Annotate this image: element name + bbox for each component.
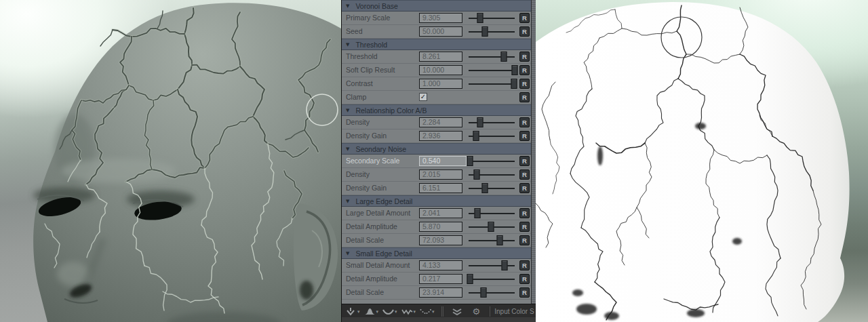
value-input[interactable]: 0.540 [419, 156, 467, 166]
section-header-voronoi-base[interactable]: ▼Voronoi Base [342, 0, 531, 12]
reset-button[interactable]: R [519, 260, 530, 270]
dropdown-caret-icon[interactable]: ▾ [432, 309, 435, 315]
parameter-slider[interactable] [469, 274, 515, 284]
reset-button[interactable]: R [519, 52, 530, 62]
row-detail-scale: Detail Scale23.914R [342, 286, 531, 300]
slider-handle[interactable] [477, 117, 484, 127]
parameter-slider[interactable] [469, 183, 515, 193]
value-input[interactable]: 72.093 [419, 235, 462, 245]
slider-track [469, 279, 515, 280]
value-input[interactable]: 2.041 [419, 208, 462, 218]
value-input[interactable]: 2.936 [419, 131, 462, 141]
slider-handle[interactable] [473, 131, 479, 141]
parameter-slider[interactable] [469, 235, 515, 245]
row-small-detail-amount: Small Detail Amount4.133R [342, 259, 531, 273]
falloff-dotted-icon[interactable]: ▾ [420, 306, 435, 317]
section-header-seondary-noise[interactable]: ▼Seondary Noise [342, 143, 531, 155]
value-input[interactable]: 4.133 [419, 260, 462, 270]
value-input[interactable]: 0.217 [419, 274, 462, 284]
slider-handle[interactable] [480, 287, 486, 298]
parameter-slider[interactable] [469, 52, 515, 62]
section-header-threshold[interactable]: ▼Threshold [342, 39, 531, 50]
value-input[interactable]: 8.261 [419, 52, 462, 62]
reset-button[interactable]: R [519, 235, 530, 245]
reset-button[interactable]: R [519, 92, 530, 102]
dropdown-caret-icon[interactable]: ▾ [376, 309, 379, 315]
reset-button[interactable]: R [519, 117, 530, 127]
reset-button[interactable]: R [519, 287, 530, 298]
collapse-triangle-icon[interactable]: ▼ [346, 3, 349, 9]
collapse-triangle-icon[interactable]: ▼ [346, 199, 349, 204]
reset-button[interactable]: R [519, 208, 530, 218]
parameter-slider[interactable] [469, 65, 515, 75]
value-input[interactable]: 50.000 [419, 26, 462, 37]
collapse-triangle-icon[interactable]: ▼ [346, 251, 349, 256]
slider-handle[interactable] [474, 208, 480, 218]
falloff-bell-icon[interactable]: ▾ [364, 306, 379, 317]
section-header-large-edge-detail[interactable]: ▼Large Edge Detail [342, 195, 531, 207]
row-detail-scale: Detail Scale72.093R [342, 234, 531, 247]
gear-icon[interactable]: ⚙ [473, 306, 481, 317]
parameter-slider[interactable] [469, 287, 515, 298]
clamp-checkbox[interactable]: ✓ [419, 93, 427, 101]
slider-handle[interactable] [511, 79, 517, 89]
dropdown-caret-icon[interactable]: ▾ [395, 309, 397, 315]
dropdown-caret-icon[interactable]: ▾ [357, 309, 360, 315]
slider-handle[interactable] [500, 52, 507, 62]
collapse-triangle-icon[interactable]: ▼ [346, 108, 349, 113]
value-input[interactable]: 9.305 [419, 13, 462, 23]
slider-handle[interactable] [502, 260, 508, 270]
slider-handle[interactable] [481, 183, 488, 193]
value-input[interactable]: 1.000 [419, 79, 462, 89]
collapse-triangle-icon[interactable]: ▼ [346, 146, 349, 152]
value-input[interactable]: 5.870 [419, 222, 462, 232]
collapse-triangle-icon[interactable]: ▼ [346, 42, 349, 47]
section-header-relationship-color-a-b[interactable]: ▼Relationship Color A/B [342, 104, 531, 116]
value-input[interactable]: 2.284 [419, 117, 462, 127]
parameter-slider[interactable] [469, 169, 515, 180]
reset-button[interactable]: R [519, 169, 530, 180]
reset-button[interactable]: R [519, 13, 530, 23]
row-detail-amplitude: Detail Amplitude5.870R [342, 220, 531, 234]
value-input[interactable]: 23.914 [419, 287, 462, 298]
section-header-small-edge-detail[interactable]: ▼Small Edge Detail [342, 247, 531, 259]
slider-handle[interactable] [481, 26, 488, 37]
reset-button[interactable]: R [519, 274, 530, 284]
dropdown-caret-icon[interactable]: ▾ [414, 309, 416, 315]
slider-handle[interactable] [467, 274, 473, 284]
slider-handle[interactable] [488, 222, 494, 232]
falloff-arrow-icon[interactable]: ▾ [345, 306, 360, 317]
reset-button[interactable]: R [519, 183, 530, 193]
value-input[interactable]: 10.000 [419, 65, 462, 75]
reset-button[interactable]: R [519, 65, 530, 75]
value-input[interactable]: 6.151 [419, 183, 462, 193]
slider-handle[interactable] [474, 169, 480, 180]
parameter-slider[interactable] [469, 26, 515, 37]
value-input[interactable]: 2.015 [419, 169, 462, 180]
parameter-slider[interactable] [469, 13, 515, 23]
parameter-slider[interactable] [469, 208, 515, 218]
stamp-layers-icon[interactable] [451, 306, 463, 317]
falloff-smooth-icon[interactable]: ▾ [382, 306, 397, 317]
parameter-slider[interactable] [469, 131, 515, 141]
slider-handle[interactable] [477, 13, 484, 23]
falloff-jagged-icon[interactable]: ▾ [401, 306, 416, 317]
reset-button[interactable]: R [519, 26, 530, 37]
texture-map-viewport[interactable] [536, 0, 868, 322]
reset-button[interactable]: R [519, 79, 530, 89]
parameter-slider[interactable] [469, 79, 515, 89]
reset-button[interactable]: R [519, 131, 530, 141]
reset-button[interactable]: R [519, 222, 530, 232]
sculpt-viewport[interactable] [0, 0, 341, 322]
slider-track [469, 161, 515, 162]
slider-handle[interactable] [497, 235, 503, 245]
slider-handle[interactable] [512, 65, 518, 75]
parameter-label: Contrast [346, 79, 373, 87]
parameter-slider[interactable] [469, 222, 515, 232]
reset-button[interactable]: R [519, 156, 530, 166]
parameter-slider[interactable] [469, 156, 515, 166]
parameter-slider[interactable] [469, 117, 515, 127]
parameter-slider[interactable] [469, 260, 515, 270]
slider-handle[interactable] [467, 156, 473, 166]
panel-scrollbar[interactable] [531, 0, 536, 304]
